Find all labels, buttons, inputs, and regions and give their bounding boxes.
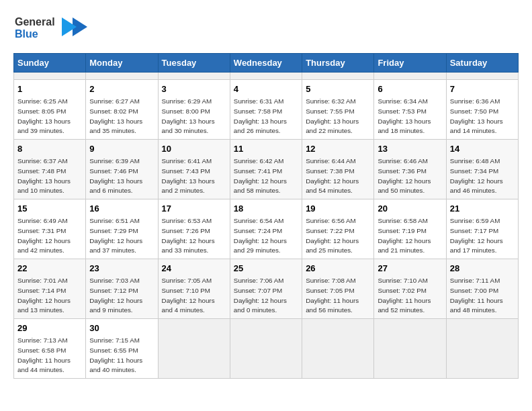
day-details: Sunrise: 7:01 AMSunset: 7:14 PMDaylight:… xyxy=(17,277,71,314)
day-header-monday: Monday xyxy=(86,54,158,73)
day-details: Sunrise: 6:59 AMSunset: 7:17 PMDaylight:… xyxy=(450,217,503,254)
day-number: 21 xyxy=(450,203,515,215)
day-cell: 15Sunrise: 6:49 AMSunset: 7:31 PMDayligh… xyxy=(14,199,86,259)
day-cell: 19Sunrise: 6:56 AMSunset: 7:22 PMDayligh… xyxy=(302,199,374,259)
day-details: Sunrise: 7:10 AMSunset: 7:02 PMDaylight:… xyxy=(378,277,431,314)
day-header-wednesday: Wednesday xyxy=(230,54,302,73)
day-header-friday: Friday xyxy=(374,54,446,73)
day-cell: 21Sunrise: 6:59 AMSunset: 7:17 PMDayligh… xyxy=(446,199,518,259)
day-details: Sunrise: 6:39 AMSunset: 7:46 PMDaylight:… xyxy=(89,157,142,194)
day-details: Sunrise: 7:03 AMSunset: 7:12 PMDaylight:… xyxy=(89,277,142,314)
day-cell xyxy=(230,319,302,379)
day-number: 3 xyxy=(162,83,226,95)
day-cell: 20Sunrise: 6:58 AMSunset: 7:19 PMDayligh… xyxy=(374,199,446,259)
day-number: 6 xyxy=(378,83,442,95)
day-cell: 29Sunrise: 7:13 AMSunset: 6:58 PMDayligh… xyxy=(14,319,86,379)
day-details: Sunrise: 6:37 AMSunset: 7:48 PMDaylight:… xyxy=(17,157,71,194)
day-cell: 9Sunrise: 6:39 AMSunset: 7:46 PMDaylight… xyxy=(86,140,158,199)
day-cell: 26Sunrise: 7:08 AMSunset: 7:05 PMDayligh… xyxy=(302,259,374,319)
day-cell: 27Sunrise: 7:10 AMSunset: 7:02 PMDayligh… xyxy=(374,259,446,319)
day-details: Sunrise: 6:44 AMSunset: 7:38 PMDaylight:… xyxy=(306,157,359,194)
day-cell xyxy=(158,73,230,80)
day-number: 16 xyxy=(89,203,154,215)
day-cell: 16Sunrise: 6:51 AMSunset: 7:29 PMDayligh… xyxy=(86,199,158,259)
day-number: 22 xyxy=(17,263,82,275)
day-details: Sunrise: 6:32 AMSunset: 7:55 PMDaylight:… xyxy=(306,97,359,134)
day-cell xyxy=(374,73,446,80)
day-number: 4 xyxy=(234,83,298,95)
week-row-3: 15Sunrise: 6:49 AMSunset: 7:31 PMDayligh… xyxy=(14,199,519,259)
day-cell: 24Sunrise: 7:05 AMSunset: 7:10 PMDayligh… xyxy=(158,259,230,319)
day-cell: 25Sunrise: 7:06 AMSunset: 7:07 PMDayligh… xyxy=(230,259,302,319)
day-number: 19 xyxy=(306,203,370,215)
header: General Blue xyxy=(13,12,519,45)
day-number: 2 xyxy=(89,83,154,95)
day-details: Sunrise: 6:56 AMSunset: 7:22 PMDaylight:… xyxy=(306,217,359,254)
day-details: Sunrise: 6:25 AMSunset: 8:05 PMDaylight:… xyxy=(17,97,71,134)
day-cell xyxy=(374,319,446,379)
day-number: 26 xyxy=(306,263,370,275)
svg-text:Blue: Blue xyxy=(15,28,38,40)
day-cell: 30Sunrise: 7:15 AMSunset: 6:55 PMDayligh… xyxy=(86,319,158,379)
day-cell xyxy=(302,319,374,379)
day-number: 11 xyxy=(234,143,298,155)
day-details: Sunrise: 6:54 AMSunset: 7:24 PMDaylight:… xyxy=(234,217,287,254)
day-details: Sunrise: 6:49 AMSunset: 7:31 PMDaylight:… xyxy=(17,217,71,254)
week-row-0 xyxy=(14,73,519,80)
day-cell: 13Sunrise: 6:46 AMSunset: 7:36 PMDayligh… xyxy=(374,140,446,199)
day-number: 9 xyxy=(89,143,154,155)
day-cell: 22Sunrise: 7:01 AMSunset: 7:14 PMDayligh… xyxy=(14,259,86,319)
day-number: 28 xyxy=(450,263,515,275)
day-details: Sunrise: 6:53 AMSunset: 7:26 PMDaylight:… xyxy=(162,217,215,254)
day-number: 7 xyxy=(450,83,515,95)
day-cell: 12Sunrise: 6:44 AMSunset: 7:38 PMDayligh… xyxy=(302,140,374,199)
calendar-table: SundayMondayTuesdayWednesdayThursdayFrid… xyxy=(13,53,519,379)
day-details: Sunrise: 6:58 AMSunset: 7:19 PMDaylight:… xyxy=(378,217,431,254)
day-details: Sunrise: 7:06 AMSunset: 7:07 PMDaylight:… xyxy=(234,277,287,314)
day-header-thursday: Thursday xyxy=(302,54,374,73)
day-number: 24 xyxy=(162,263,226,275)
week-row-1: 1Sunrise: 6:25 AMSunset: 8:05 PMDaylight… xyxy=(14,80,519,140)
day-cell: 6Sunrise: 6:34 AMSunset: 7:53 PMDaylight… xyxy=(374,80,446,140)
logo: General Blue xyxy=(13,12,87,45)
day-number: 8 xyxy=(17,143,82,155)
day-cell: 3Sunrise: 6:29 AMSunset: 8:00 PMDaylight… xyxy=(158,80,230,140)
svg-text:General: General xyxy=(15,16,55,28)
day-cell xyxy=(158,319,230,379)
day-details: Sunrise: 6:31 AMSunset: 7:58 PMDaylight:… xyxy=(234,97,287,134)
day-number: 27 xyxy=(378,263,442,275)
day-details: Sunrise: 6:27 AMSunset: 8:02 PMDaylight:… xyxy=(89,97,142,134)
day-number: 25 xyxy=(234,263,298,275)
day-details: Sunrise: 7:13 AMSunset: 6:58 PMDaylight:… xyxy=(17,336,71,373)
day-number: 20 xyxy=(378,203,442,215)
day-details: Sunrise: 7:05 AMSunset: 7:10 PMDaylight:… xyxy=(162,277,215,314)
day-cell: 1Sunrise: 6:25 AMSunset: 8:05 PMDaylight… xyxy=(14,80,86,140)
day-cell: 17Sunrise: 6:53 AMSunset: 7:26 PMDayligh… xyxy=(158,199,230,259)
day-number: 18 xyxy=(234,203,298,215)
day-header-saturday: Saturday xyxy=(446,54,518,73)
day-number: 10 xyxy=(162,143,226,155)
week-row-4: 22Sunrise: 7:01 AMSunset: 7:14 PMDayligh… xyxy=(14,259,519,319)
day-cell: 18Sunrise: 6:54 AMSunset: 7:24 PMDayligh… xyxy=(230,199,302,259)
day-cell: 2Sunrise: 6:27 AMSunset: 8:02 PMDaylight… xyxy=(86,80,158,140)
day-cell: 4Sunrise: 6:31 AMSunset: 7:58 PMDaylight… xyxy=(230,80,302,140)
day-details: Sunrise: 6:34 AMSunset: 7:53 PMDaylight:… xyxy=(378,97,431,134)
day-cell: 28Sunrise: 7:11 AMSunset: 7:00 PMDayligh… xyxy=(446,259,518,319)
day-cell: 23Sunrise: 7:03 AMSunset: 7:12 PMDayligh… xyxy=(86,259,158,319)
week-row-2: 8Sunrise: 6:37 AMSunset: 7:48 PMDaylight… xyxy=(14,140,519,199)
day-number: 12 xyxy=(306,143,370,155)
day-number: 23 xyxy=(89,263,154,275)
logo-text: General Blue xyxy=(13,12,87,45)
day-number: 30 xyxy=(89,322,154,334)
day-cell xyxy=(14,73,86,80)
day-details: Sunrise: 6:29 AMSunset: 8:00 PMDaylight:… xyxy=(162,97,215,134)
day-details: Sunrise: 7:11 AMSunset: 7:00 PMDaylight:… xyxy=(450,277,503,314)
days-header-row: SundayMondayTuesdayWednesdayThursdayFrid… xyxy=(14,54,519,73)
day-number: 13 xyxy=(378,143,442,155)
day-details: Sunrise: 6:42 AMSunset: 7:41 PMDaylight:… xyxy=(234,157,287,194)
day-details: Sunrise: 6:41 AMSunset: 7:43 PMDaylight:… xyxy=(162,157,215,194)
day-cell: 14Sunrise: 6:48 AMSunset: 7:34 PMDayligh… xyxy=(446,140,518,199)
day-cell xyxy=(446,319,518,379)
day-details: Sunrise: 6:46 AMSunset: 7:36 PMDaylight:… xyxy=(378,157,431,194)
day-details: Sunrise: 6:36 AMSunset: 7:50 PMDaylight:… xyxy=(450,97,503,134)
